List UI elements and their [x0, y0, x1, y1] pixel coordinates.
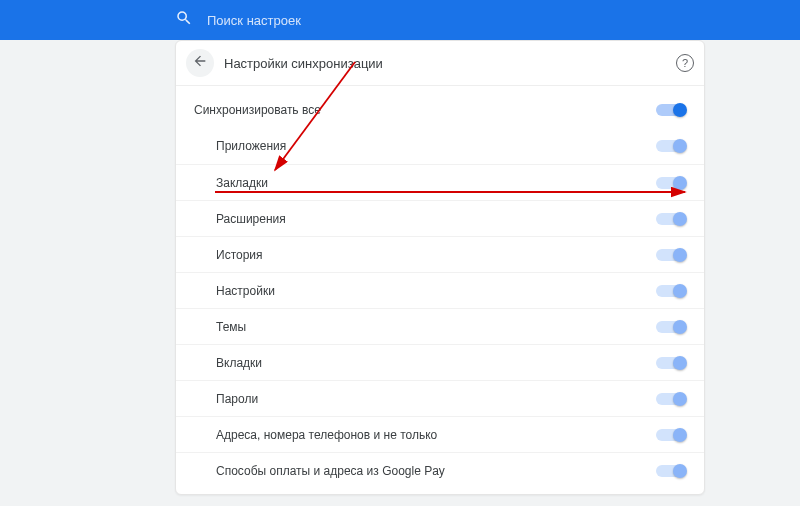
sync-item-toggle[interactable]: [656, 213, 686, 225]
help-button[interactable]: ?: [676, 54, 694, 72]
sync-item-label: Темы: [216, 320, 656, 334]
sync-item-row: Пароли: [176, 380, 704, 416]
search-input[interactable]: [207, 13, 607, 28]
sync-item-toggle[interactable]: [656, 140, 686, 152]
panel-title: Настройки синхронизации: [224, 56, 676, 71]
topbar: [0, 0, 800, 40]
sync-item-label: Настройки: [216, 284, 656, 298]
sync-item-label: Способы оплаты и адреса из Google Pay: [216, 464, 656, 478]
panel-body: Синхронизировать все ПриложенияЗакладкиР…: [176, 86, 704, 494]
arrow-left-icon: [192, 53, 208, 73]
sync-all-row: Синхронизировать все: [176, 92, 704, 128]
sync-item-row: Закладки: [176, 164, 704, 200]
sync-item-row: Приложения: [176, 128, 704, 164]
panel-header: Настройки синхронизации ?: [176, 41, 704, 86]
sync-item-label: Закладки: [216, 176, 656, 190]
sync-item-label: Адреса, номера телефонов и не только: [216, 428, 656, 442]
sync-item-row: Темы: [176, 308, 704, 344]
sync-item-row: История: [176, 236, 704, 272]
search-box[interactable]: [175, 9, 607, 31]
sync-item-label: Приложения: [216, 139, 656, 153]
sync-all-label: Синхронизировать все: [194, 103, 656, 117]
sync-item-row: Способы оплаты и адреса из Google Pay: [176, 452, 704, 488]
sync-item-toggle[interactable]: [656, 177, 686, 189]
sync-item-toggle[interactable]: [656, 393, 686, 405]
sync-item-row: Адреса, номера телефонов и не только: [176, 416, 704, 452]
sync-items-list: ПриложенияЗакладкиРасширенияИсторияНастр…: [176, 128, 704, 488]
sync-item-toggle[interactable]: [656, 285, 686, 297]
back-button[interactable]: [186, 49, 214, 77]
sync-item-label: История: [216, 248, 656, 262]
sync-item-row: Расширения: [176, 200, 704, 236]
sync-item-label: Расширения: [216, 212, 656, 226]
help-icon: ?: [682, 57, 688, 69]
sync-item-row: Вкладки: [176, 344, 704, 380]
sync-all-toggle[interactable]: [656, 104, 686, 116]
sync-item-toggle[interactable]: [656, 357, 686, 369]
sync-item-toggle[interactable]: [656, 429, 686, 441]
sync-item-toggle[interactable]: [656, 249, 686, 261]
sync-item-label: Вкладки: [216, 356, 656, 370]
sync-item-row: Настройки: [176, 272, 704, 308]
sync-item-label: Пароли: [216, 392, 656, 406]
sync-settings-panel: Настройки синхронизации ? Синхронизирова…: [175, 40, 705, 495]
sync-item-toggle[interactable]: [656, 465, 686, 477]
search-icon: [175, 9, 193, 31]
sync-item-toggle[interactable]: [656, 321, 686, 333]
